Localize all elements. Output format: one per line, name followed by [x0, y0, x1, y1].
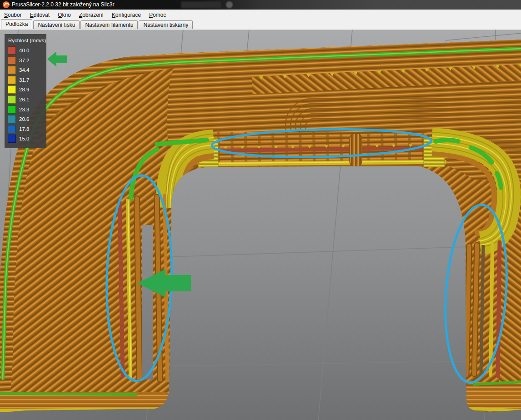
tab-nastaven-filamentu[interactable]: Nastavení filamentu	[80, 20, 138, 29]
tab-nastaven-tisku[interactable]: Nastavení tisku	[33, 20, 80, 29]
legend-swatch	[8, 95, 16, 104]
legend-row: 28.9	[8, 85, 43, 94]
legend-row: 15.0	[8, 135, 43, 143]
bridge-strip	[198, 132, 446, 171]
legend-swatch	[8, 56, 16, 65]
menu-item-soubor[interactable]: Soubor	[0, 10, 26, 20]
legend-row: 34.4	[8, 66, 43, 74]
legend-value: 28.9	[19, 87, 29, 92]
app-logo-icon	[3, 1, 10, 8]
legend-row: 40.0	[8, 46, 43, 55]
legend-swatch	[8, 85, 16, 94]
speed-legend: Rychlost (mm/s) 40.037.234.431.728.926.1…	[5, 34, 46, 148]
left-leg-bottom-band	[0, 392, 170, 412]
legend-row: 20.6	[8, 115, 43, 123]
legend-value: 23.3	[19, 107, 29, 112]
legend-row: 23.3	[8, 105, 43, 114]
menu-item-zobrazení[interactable]: Zobrazení	[75, 10, 108, 20]
menu-item-pomoc[interactable]: Pomoc	[145, 10, 170, 20]
background-window-blur	[181, 1, 221, 8]
legend-value: 40.0	[19, 48, 29, 53]
right-leg-bottom-band	[466, 382, 521, 411]
legend-swatch	[8, 46, 16, 55]
arrow-legend-37	[47, 51, 67, 67]
background-window-icon	[226, 1, 233, 8]
legend-swatch	[8, 105, 16, 114]
legend-swatch	[8, 125, 16, 133]
legend-rows: 40.037.234.431.728.926.123.320.617.815.0	[8, 46, 43, 143]
legend-value: 15.0	[19, 136, 29, 141]
legend-value: 17.8	[19, 126, 29, 132]
gcode-preview-scene	[0, 30, 521, 420]
legend-title: Rychlost (mm/s)	[8, 38, 43, 43]
legend-swatch	[8, 115, 16, 123]
printed-object	[0, 40, 521, 412]
legend-swatch	[8, 76, 16, 84]
small-yellow-tab	[343, 167, 354, 171]
tab-nastaven-tisk-rny[interactable]: Nastavení tiskárny	[139, 20, 193, 29]
legend-value: 37.2	[19, 58, 29, 63]
legend-row: 17.8	[8, 125, 43, 133]
menu-item-okno[interactable]: Okno	[54, 10, 75, 20]
menu-item-editovat[interactable]: Editovat	[26, 10, 54, 20]
legend-value: 26.1	[19, 97, 29, 102]
legend-value: 31.7	[19, 77, 29, 83]
legend-value: 20.6	[19, 116, 29, 122]
title-bar[interactable]: PrusaSlicer-2.2.0 32 bit založený na Sli…	[0, 0, 521, 10]
menu-item-konfigurace[interactable]: Konfigurace	[108, 10, 145, 20]
legend-row: 37.2	[8, 56, 43, 65]
center-seam-column	[350, 133, 362, 167]
3d-viewport[interactable]: Rychlost (mm/s) 40.037.234.431.728.926.1…	[0, 29, 521, 420]
menu-bar: SouborEditovatOknoZobrazeníKonfiguracePo…	[0, 10, 521, 20]
legend-row: 31.7	[8, 76, 43, 84]
window-title: PrusaSlicer-2.2.0 32 bit založený na Sli…	[12, 1, 114, 8]
tab-bar: PodložkaNastavení tiskuNastavení filamen…	[1, 20, 521, 29]
tab-podlo-ka[interactable]: Podložka	[1, 19, 32, 29]
legend-swatch	[8, 66, 16, 74]
legend-swatch	[8, 135, 16, 143]
seam-red-line	[218, 148, 427, 150]
prusaslicer-window: PrusaSlicer-2.2.0 32 bit založený na Sli…	[0, 0, 521, 420]
legend-value: 34.4	[19, 67, 29, 73]
legend-row: 26.1	[8, 95, 43, 104]
